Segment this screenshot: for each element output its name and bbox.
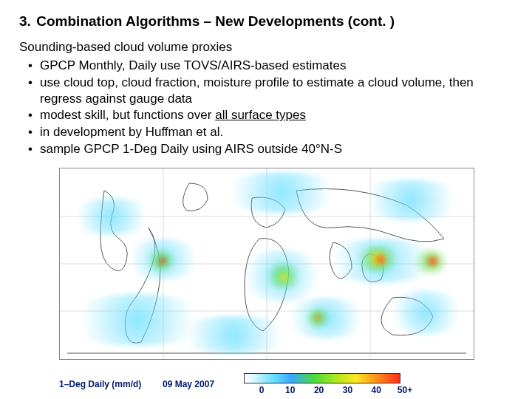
map-legend: 1–Deg Daily (mm/d) 09 May 2007 0 10 20 3… bbox=[59, 373, 473, 395]
colorbar-ticks: 0 10 20 30 40 50+ bbox=[248, 385, 418, 395]
list-item: in development by Huffman et al. bbox=[28, 124, 513, 140]
list-item: sample GPCP 1-Deg Daily using AIRS outsi… bbox=[28, 141, 513, 157]
colorbar-tick: 0 bbox=[248, 385, 275, 395]
colorbar-tick: 50+ bbox=[392, 385, 418, 395]
colorbar-tick: 20 bbox=[306, 385, 332, 395]
colorbar-block: 0 10 20 30 40 50+ bbox=[244, 373, 418, 395]
colorbar-tick: 40 bbox=[363, 385, 389, 395]
title-text: Combination Algorithms – New Development… bbox=[36, 13, 395, 29]
slide-title: 3. Combination Algorithms – New Developm… bbox=[19, 13, 513, 30]
list-item: modest skill, but functions over all sur… bbox=[28, 107, 513, 123]
product-label: 1–Deg Daily (mm/d) bbox=[59, 379, 163, 389]
subheading: Sounding-based cloud volume proxies bbox=[19, 40, 513, 55]
list-item: use cloud top, cloud fraction, moisture … bbox=[28, 75, 513, 107]
section-number: 3. bbox=[19, 13, 33, 30]
bullet-list: GPCP Monthly, Daily use TOVS/AIRS-based … bbox=[19, 58, 513, 157]
colorbar bbox=[244, 373, 400, 383]
list-item: GPCP Monthly, Daily use TOVS/AIRS-based … bbox=[28, 58, 513, 74]
date-label: 09 May 2007 bbox=[163, 379, 244, 389]
colorbar-tick: 30 bbox=[334, 385, 361, 395]
precipitation-map bbox=[59, 168, 474, 360]
world-map-figure: 1–Deg Daily (mm/d) 09 May 2007 0 10 20 3… bbox=[59, 168, 473, 395]
colorbar-tick: 10 bbox=[277, 385, 304, 395]
